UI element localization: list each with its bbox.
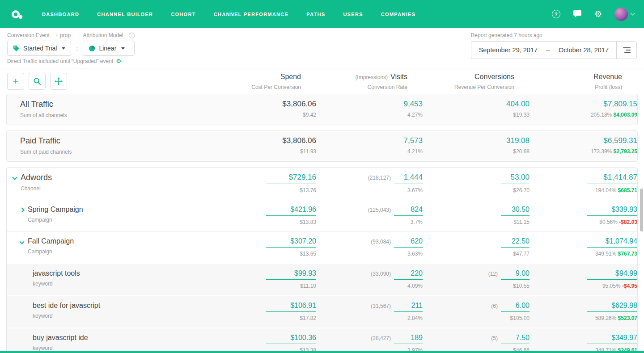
conversion-rate-value: 3.7% (316, 219, 423, 225)
revenue-value[interactable]: $7,809.15 (603, 100, 637, 108)
column-header-spend[interactable]: Spend Cost Per Conversion (194, 73, 301, 90)
spend-value[interactable]: $106.91 (266, 302, 316, 312)
table-toolbar: + (6, 73, 194, 90)
account-menu[interactable] (614, 8, 634, 21)
vertical-scrollbar[interactable] (640, 71, 644, 344)
visits-value[interactable]: 620 (394, 237, 423, 248)
revenue-value[interactable]: $1,074.94 (587, 237, 637, 248)
date-range-separator: – (545, 46, 551, 54)
revenue-value[interactable]: $6,599.31 (603, 136, 637, 145)
conversion-rate-value: 3.67% (316, 187, 423, 193)
row-adwords[interactable]: Adwords Channel $729.16 $13.76 (218,127)… (7, 168, 637, 200)
spend-cell: $3,806.06 $9.42 (209, 100, 316, 118)
row-javascript-tools[interactable]: javascript tools keyword $99.93 $11.10 (… (7, 263, 637, 295)
conversions-cell: 22.50 $47.77 (423, 237, 530, 257)
scrollbar-thumb[interactable] (640, 189, 643, 231)
row-title[interactable]: Fall Campaign (28, 237, 74, 245)
spend-value[interactable]: $307.20 (266, 237, 316, 248)
table-header: + Spend Cost Per Conversion (Impress (6, 73, 638, 90)
nav-item-dashboard[interactable]: DASHBOARD (42, 12, 79, 17)
date-start[interactable]: September 29, 2017 (471, 46, 545, 54)
revenue-cell: $1,074.94 349.91% $767.73 (530, 237, 637, 257)
nav-item-users[interactable]: USERS (343, 12, 363, 17)
row-title[interactable]: Adwords (21, 173, 52, 182)
revenue-value[interactable]: $339.93 (587, 206, 637, 216)
attribution-model-dropdown[interactable]: Linear (83, 41, 135, 56)
row-fall-campaign[interactable]: Fall Campaign Campaign $307.20 $13.65 (9… (7, 231, 637, 263)
conversions-value[interactable]: 7.50 (501, 334, 530, 344)
row-buy-javascript-ide[interactable]: buy javascript ide keyword $100.36 $13.3… (7, 328, 637, 353)
report-controls: Conversion Event + prop Started Trial : … (0, 28, 644, 68)
spend-value[interactable]: $729.16 (266, 173, 316, 184)
visits-value[interactable]: 7,573 (403, 136, 423, 145)
search-button[interactable] (29, 73, 46, 90)
add-prop-link[interactable]: + prop (55, 33, 71, 38)
conversions-value[interactable]: 319.08 (506, 136, 530, 145)
impressions-value: (31,567) (371, 303, 391, 309)
visits-cell: (33,090)220 4.09% (316, 269, 423, 289)
profit-percent: 80.56% (599, 219, 618, 225)
row-title: javascript tools (33, 269, 80, 277)
spend-cell: $421.96 $13.83 (209, 206, 316, 225)
column-subtitle: Profit (loss) (514, 84, 622, 90)
revenue-value[interactable]: $94.99 (587, 269, 637, 280)
column-title: Spend (280, 73, 301, 80)
row-best-ide-for-javascript[interactable]: best ide for javascript keyword $106.91 … (7, 295, 637, 328)
row-subtitle: keyword (33, 313, 100, 319)
spend-value[interactable]: $421.96 (266, 206, 316, 216)
nav-item-channel-builder[interactable]: CHANNEL BUILDER (97, 12, 153, 17)
help-icon[interactable]: ? (552, 10, 560, 18)
row-title: buy javascript ide (33, 334, 88, 342)
visits-value[interactable]: 220 (394, 269, 423, 280)
chevron-right-icon[interactable] (19, 207, 24, 212)
visits-value[interactable]: 9,453 (403, 100, 423, 108)
visits-value[interactable]: 211 (394, 302, 423, 312)
avatar[interactable] (614, 8, 628, 21)
column-header-conversions[interactable]: Conversions Revenue Per Conversion (407, 73, 514, 90)
conversions-value[interactable]: 404.00 (506, 100, 530, 108)
date-end[interactable]: October 28, 2017 (551, 46, 616, 54)
chevron-down-icon[interactable] (12, 175, 17, 180)
conversions-value[interactable]: 30.50 (501, 206, 530, 216)
conversions-value[interactable]: 9.00 (501, 269, 530, 280)
revenue-value[interactable]: $349.97 (587, 334, 637, 344)
row-title[interactable]: Spring Campaign (28, 206, 83, 214)
chevron-down-icon[interactable] (19, 239, 24, 244)
column-title: Revenue (593, 73, 622, 80)
nav-item-companies[interactable]: COMPANIES (381, 12, 416, 17)
row-spring-campaign[interactable]: Spring Campaign Campaign $421.96 $13.83 … (7, 200, 637, 231)
spend-value[interactable]: $100.36 (266, 334, 316, 344)
add-channel-button[interactable]: + (7, 73, 24, 90)
attribution-model-value: Linear (99, 45, 116, 52)
note-settings-icon[interactable]: ⚙ (116, 58, 121, 64)
nav-item-paths[interactable]: PATHS (306, 12, 325, 17)
date-filter-button[interactable] (617, 42, 636, 59)
revenue-value[interactable]: $629.98 (587, 302, 637, 312)
visits-value[interactable]: 1,444 (394, 173, 423, 184)
nav-item-cohort[interactable]: COHORT (171, 12, 195, 17)
column-header-visits[interactable]: (Impressions)Visits Conversion Rate (301, 73, 407, 90)
conversion-rate-value: 4.27% (316, 112, 423, 118)
settings-icon[interactable]: ⚙ (594, 10, 602, 18)
cost-per-conversion-value: $13.65 (209, 251, 316, 257)
revenue-value[interactable]: $1,414.87 (587, 173, 637, 184)
info-icon[interactable]: i (129, 33, 135, 38)
conversions-value[interactable]: 53.00 (501, 173, 530, 184)
cost-per-conversion-value: $11.93 (209, 148, 316, 155)
conversions-value[interactable]: 22.50 (501, 237, 530, 248)
visits-value[interactable]: 189 (394, 334, 423, 344)
conversion-rate-value: 4.21% (316, 148, 423, 155)
app-logo[interactable] (10, 8, 23, 21)
visits-value[interactable]: 824 (394, 206, 423, 216)
spend-value[interactable]: $99.93 (266, 269, 316, 280)
move-button[interactable] (50, 73, 67, 90)
revenue-per-conversion-value: $19.33 (423, 112, 530, 118)
nav-item-channel-performance[interactable]: CHANNEL PERFORMANCE (214, 12, 289, 17)
chat-icon[interactable] (573, 10, 582, 18)
profit-percent: 205.18% (591, 112, 612, 118)
row-name-cell: best ide for javascript keyword (7, 302, 209, 319)
conversion-event-dropdown[interactable]: Started Trial (7, 41, 71, 56)
conversions-value[interactable]: 6.00 (501, 302, 530, 312)
column-header-revenue[interactable]: Revenue Profit (loss) (514, 73, 622, 90)
revenue-per-conversion-value: $105.00 (423, 315, 530, 321)
